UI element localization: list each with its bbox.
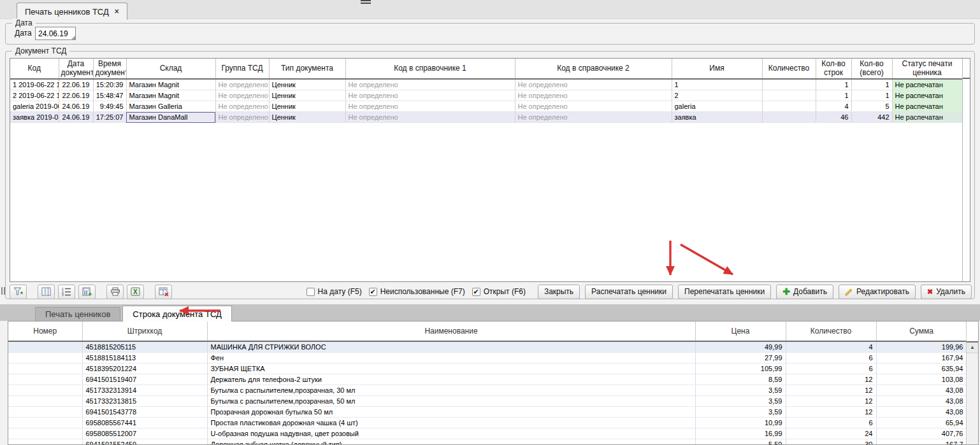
filter-checkbox[interactable]: На дату (F5) bbox=[306, 287, 362, 296]
table-cell[interactable]: Магазин Magnit bbox=[126, 79, 215, 90]
reprint-price-tags-button[interactable]: Перепечатать ценники bbox=[678, 285, 771, 299]
table-cell[interactable]: Не определено bbox=[215, 79, 269, 90]
table-cell[interactable]: 105,99 bbox=[695, 364, 786, 374]
table-cell[interactable] bbox=[762, 101, 816, 112]
table-cell[interactable] bbox=[8, 341, 82, 353]
table-cell[interactable]: Ценник bbox=[269, 90, 345, 101]
calculator-add-icon[interactable] bbox=[78, 285, 96, 299]
edit-button[interactable]: Редактировать bbox=[839, 285, 916, 299]
table-cell[interactable]: 24.06.19 bbox=[59, 101, 93, 112]
close-icon[interactable]: × bbox=[115, 7, 119, 16]
column-header[interactable]: Сумма bbox=[876, 321, 967, 341]
table-cell[interactable]: galeria 2019-06 bbox=[10, 101, 59, 112]
table-cell[interactable]: Магазин Galleria bbox=[126, 101, 215, 112]
table-cell[interactable]: 5,59 bbox=[695, 439, 786, 445]
table-cell[interactable]: 22.06.19 bbox=[59, 90, 93, 101]
table-cell[interactable] bbox=[8, 418, 82, 428]
table-cell[interactable]: заявка 2019-06 bbox=[10, 112, 59, 123]
table-cell[interactable]: 6958085512007 bbox=[82, 428, 207, 439]
table-cell[interactable]: Не распечатан bbox=[892, 79, 962, 90]
table-cell[interactable] bbox=[8, 385, 82, 396]
table-cell[interactable]: 6958085567441 bbox=[82, 418, 207, 428]
table-cell[interactable]: 46 bbox=[816, 112, 851, 123]
table-cell[interactable]: 24.06.19 bbox=[59, 112, 93, 123]
table-cell[interactable]: 6 bbox=[786, 418, 876, 428]
table-cell[interactable]: Не определено bbox=[515, 79, 672, 90]
column-header[interactable]: Код bbox=[10, 59, 59, 79]
table-cell[interactable] bbox=[762, 112, 816, 123]
table-cell[interactable]: 6941501519407 bbox=[82, 374, 207, 385]
table-cell[interactable]: 635,94 bbox=[876, 364, 967, 374]
table-cell[interactable]: Не определено bbox=[215, 101, 269, 112]
table-cell[interactable]: Не определено bbox=[515, 101, 672, 112]
table-cell[interactable]: Не определено bbox=[345, 90, 515, 101]
table-cell[interactable]: 6941501552459 bbox=[82, 439, 207, 445]
table-cell[interactable] bbox=[8, 439, 82, 445]
table-cell[interactable]: Не определено bbox=[345, 101, 515, 112]
splitter-handle[interactable] bbox=[1, 284, 6, 298]
table-cell[interactable]: ЗУБНАЯ ЩЕТКА bbox=[207, 364, 695, 374]
excel-export-icon[interactable]: X bbox=[127, 285, 144, 299]
table-row[interactable]: 6941501552459Дорожная зубная щетка (доро… bbox=[8, 439, 967, 445]
column-header[interactable]: Код в справочнике 2 bbox=[515, 59, 672, 79]
table-cell[interactable] bbox=[8, 407, 82, 418]
table-row[interactable]: 6958085567441Простая пластиковая дорожна… bbox=[8, 418, 967, 428]
column-header[interactable]: Количество bbox=[762, 59, 816, 79]
table-cell[interactable]: 1 bbox=[851, 90, 892, 101]
table-cell[interactable] bbox=[8, 374, 82, 385]
table-cell[interactable]: Бутылка с распылителем,прозрачная, 30 мл bbox=[207, 385, 695, 396]
checkbox-unchecked-icon[interactable] bbox=[306, 288, 315, 296]
table-cell[interactable]: Не определено bbox=[345, 112, 515, 123]
table-cell[interactable]: Ценник bbox=[269, 79, 345, 90]
table-row[interactable]: 6941501519407Держатель для телефона-2 шт… bbox=[8, 374, 967, 385]
table-cell[interactable]: 407,76 bbox=[876, 428, 967, 439]
column-header[interactable]: Цена bbox=[695, 321, 786, 341]
table-cell[interactable]: 43,08 bbox=[876, 385, 967, 396]
table-cell[interactable] bbox=[8, 428, 82, 439]
table-cell[interactable]: 12 bbox=[786, 407, 876, 418]
table-row[interactable]: 4517332313815Бутылка с распылителем,проз… bbox=[8, 396, 967, 407]
filter-checkbox[interactable]: ✔Открыт (F6) bbox=[472, 287, 526, 296]
table-cell[interactable]: Бутылка с распылителем,прозрачная, 50 мл bbox=[207, 396, 695, 407]
table-cell[interactable]: 5 bbox=[851, 101, 892, 112]
table-cell[interactable]: 15:20:39 bbox=[93, 79, 126, 90]
table-cell[interactable]: 30 bbox=[786, 439, 876, 445]
table-cell[interactable]: Не определено bbox=[345, 79, 515, 90]
table-cell[interactable]: U-образная подушка надувная, цвет розовы… bbox=[207, 428, 695, 439]
filter-add-icon[interactable] bbox=[10, 285, 27, 299]
filter-checkbox[interactable]: ✔Неиспользованные (F7) bbox=[369, 287, 465, 296]
table-cell[interactable]: galeria bbox=[672, 101, 762, 112]
table-cell[interactable]: 65,94 bbox=[876, 418, 967, 428]
table-row[interactable]: 4517332313914Бутылка с распылителем,проз… bbox=[8, 385, 967, 396]
table-cell[interactable] bbox=[8, 353, 82, 364]
delete-button[interactable]: ✖Удалить bbox=[921, 285, 972, 299]
columns-icon[interactable] bbox=[38, 285, 55, 299]
table-cell[interactable]: Не распечатан bbox=[892, 112, 962, 123]
table-cell[interactable]: Держатель для телефона-2 штуки bbox=[207, 374, 695, 385]
table-cell[interactable]: 27,99 bbox=[695, 353, 786, 364]
tab-print-price-tags[interactable]: Печать ценников bbox=[35, 307, 120, 321]
table-row[interactable]: 6958085512007U-образная подушка надувная… bbox=[8, 428, 967, 439]
table-cell[interactable]: 3,59 bbox=[695, 385, 786, 396]
table-cell[interactable]: 24 bbox=[786, 428, 876, 439]
table-row[interactable]: заявка 2019-0624.06.1917:25:07Магазин Da… bbox=[10, 112, 962, 123]
column-header[interactable]: Статус печати ценника bbox=[892, 59, 962, 79]
table-cell[interactable]: Ценник bbox=[269, 112, 345, 123]
table-cell[interactable]: 9:49:45 bbox=[93, 101, 126, 112]
column-header[interactable]: Склад bbox=[126, 59, 215, 79]
table-cell[interactable]: Дорожная зубная щетка (дорожный тип) bbox=[207, 439, 695, 445]
table-cell[interactable]: 4517332313914 bbox=[82, 385, 207, 396]
table-cell[interactable]: Не распечатан bbox=[892, 90, 962, 101]
table-cell[interactable]: 3,59 bbox=[695, 396, 786, 407]
column-header[interactable]: Группа ТСД bbox=[215, 59, 269, 79]
table-cell[interactable]: Не распечатан bbox=[892, 101, 962, 112]
close-button[interactable]: Закрыть bbox=[538, 285, 580, 299]
tab-tsd-document-line[interactable]: Строка документа ТСД bbox=[122, 306, 231, 321]
column-header[interactable]: Время документа bbox=[93, 59, 126, 79]
table-cell[interactable]: Магазин Magnit bbox=[126, 90, 215, 101]
vertical-scrollbar[interactable]: ▲ bbox=[966, 343, 978, 444]
table-cell[interactable]: 4 bbox=[816, 101, 851, 112]
table-cell[interactable]: 49,99 bbox=[695, 341, 786, 353]
table-cell[interactable]: 1 bbox=[816, 79, 851, 90]
date-input[interactable] bbox=[35, 27, 76, 40]
